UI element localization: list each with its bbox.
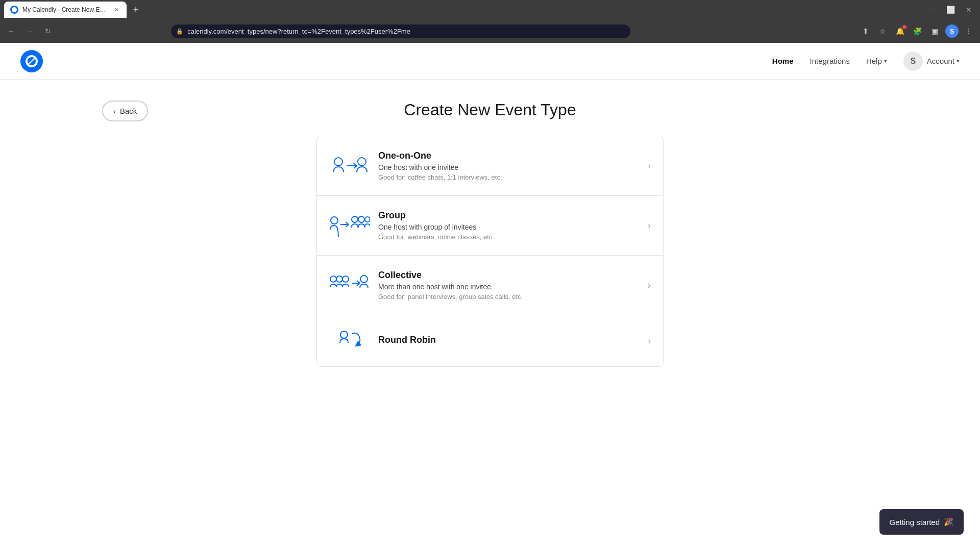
home-nav-link[interactable]: Home — [772, 57, 794, 65]
group-title: Group — [378, 210, 642, 221]
logo[interactable] — [20, 50, 43, 72]
getting-started-emoji: 🎉 — [944, 517, 953, 527]
account-chevron-icon: ▾ — [957, 58, 960, 64]
svg-point-0 — [12, 7, 17, 12]
svg-point-1 — [334, 158, 342, 166]
tab-title: My Calendly - Create New Even... — [22, 6, 108, 13]
collective-arrow-icon: › — [648, 280, 651, 291]
new-tab-button[interactable]: + — [129, 3, 143, 17]
getting-started-label: Getting started — [890, 518, 940, 527]
forward-nav-button[interactable]: → — [22, 24, 37, 38]
svg-point-10 — [336, 276, 342, 282]
collective-title: Collective — [378, 270, 642, 281]
url-text: calendly.com/event_types/new?return_to=%… — [187, 28, 410, 35]
bookmark-button[interactable]: ☆ — [876, 24, 890, 38]
user-avatar: S — [903, 52, 923, 71]
browser-actions: ⬆ ☆ 🔔 🧩 ▣ S ⋮ — [859, 24, 976, 38]
group-card[interactable]: Group One host with group of invitees Go… — [317, 196, 663, 256]
collective-content: Collective More than one host with one i… — [378, 270, 642, 300]
account-label: Account — [927, 57, 954, 65]
nav-links: Home Integrations Help ▾ S Account ▾ — [772, 52, 960, 71]
svg-point-13 — [360, 276, 368, 283]
one-on-one-icon — [329, 156, 370, 176]
close-button[interactable]: ✕ — [962, 3, 976, 17]
browser-window: My Calendly - Create New Even... ✕ + ─ ⬜… — [0, 0, 980, 551]
sidebar-button[interactable]: ▣ — [928, 24, 942, 38]
round-robin-card[interactable]: Round Robin › — [317, 315, 663, 366]
round-robin-icon — [329, 330, 370, 352]
group-icon — [329, 214, 370, 237]
refresh-button[interactable]: ↻ — [41, 24, 55, 38]
account-button[interactable]: S Account ▾ — [903, 52, 960, 71]
back-button[interactable]: ‹ Back — [102, 101, 148, 121]
url-bar[interactable]: 🔒 calendly.com/event_types/new?return_to… — [171, 24, 630, 38]
profile-button[interactable]: S — [945, 24, 959, 38]
one-on-one-title: One-on-One — [378, 151, 642, 161]
one-on-one-description: Good for: coffee chats, 1:1 interviews, … — [378, 173, 642, 181]
group-description: Good for: webinars, online classes, etc. — [378, 233, 642, 241]
event-type-list: One-on-One One host with one invitee Goo… — [316, 136, 664, 367]
lock-icon: 🔒 — [176, 28, 183, 35]
help-chevron-icon: ▾ — [884, 58, 887, 64]
help-nav-link[interactable]: Help ▾ — [866, 57, 887, 65]
group-arrow-icon: › — [648, 220, 651, 231]
svg-point-3 — [358, 158, 366, 166]
one-on-one-subtitle: One host with one invitee — [378, 163, 642, 171]
minimize-button[interactable]: ─ — [925, 3, 939, 17]
back-chevron-icon: ‹ — [113, 107, 116, 115]
collective-subtitle: More than one host with one invitee — [378, 283, 642, 291]
svg-point-8 — [365, 217, 370, 222]
group-content: Group One host with group of invitees Go… — [378, 210, 642, 241]
group-subtitle: One host with group of invitees — [378, 223, 642, 231]
extensions-button[interactable]: 🧩 — [911, 24, 925, 38]
tab-close-button[interactable]: ✕ — [112, 6, 120, 14]
tab-bar: My Calendly - Create New Even... ✕ + ─ ⬜… — [0, 0, 980, 19]
collective-card[interactable]: Collective More than one host with one i… — [317, 256, 663, 315]
svg-point-7 — [358, 216, 364, 222]
svg-point-11 — [342, 276, 349, 282]
svg-point-14 — [340, 331, 348, 338]
round-robin-content: Round Robin — [378, 335, 642, 347]
integrations-nav-link[interactable]: Integrations — [810, 57, 850, 65]
navbar: Home Integrations Help ▾ S Account ▾ — [0, 43, 980, 80]
back-label: Back — [120, 107, 137, 115]
svg-point-9 — [330, 276, 336, 282]
svg-point-6 — [352, 216, 358, 222]
collective-description: Good for: panel interviews, group sales … — [378, 293, 642, 300]
svg-point-4 — [331, 217, 338, 224]
one-on-one-arrow-icon: › — [648, 161, 651, 171]
share-button[interactable]: ⬆ — [859, 24, 873, 38]
getting-started-button[interactable]: Getting started 🎉 — [879, 509, 964, 535]
menu-button[interactable]: ⋮ — [962, 24, 976, 38]
notification-button[interactable]: 🔔 — [893, 24, 908, 38]
page-content: Home Integrations Help ▾ S Account ▾ — [0, 43, 980, 551]
maximize-button[interactable]: ⬜ — [943, 3, 958, 17]
collective-icon — [329, 274, 370, 296]
active-tab[interactable]: My Calendly - Create New Even... ✕ — [4, 2, 127, 18]
one-on-one-content: One-on-One One host with one invitee Goo… — [378, 151, 642, 181]
round-robin-title: Round Robin — [378, 335, 642, 345]
round-robin-arrow-icon: › — [648, 336, 651, 346]
back-nav-button[interactable]: ← — [4, 24, 18, 38]
one-on-one-card[interactable]: One-on-One One host with one invitee Goo… — [317, 136, 663, 196]
tab-favicon — [10, 6, 18, 14]
address-bar: ← → ↻ 🔒 calendly.com/event_types/new?ret… — [0, 19, 980, 43]
